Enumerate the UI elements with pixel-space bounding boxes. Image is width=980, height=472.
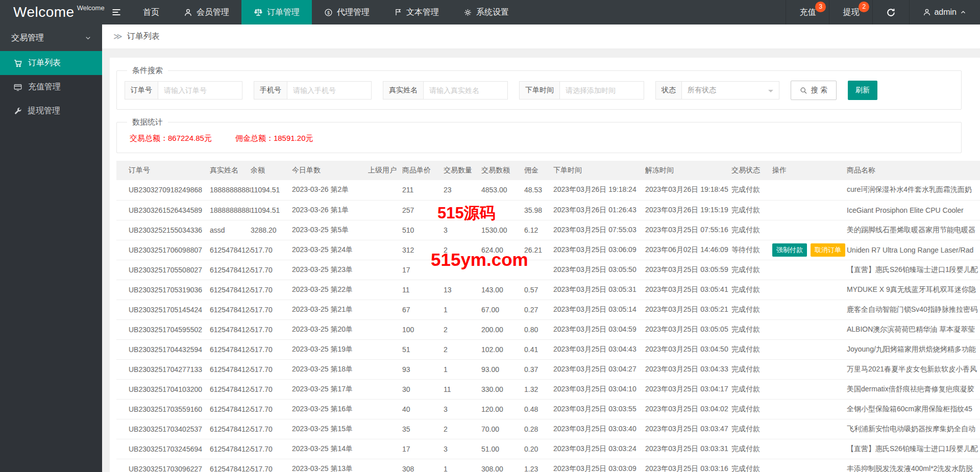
nav-item-text[interactable]: 文本管理 bbox=[382, 0, 451, 24]
realname-label: 真实姓名 bbox=[383, 81, 423, 100]
table-cell: 2023年03月25日 03:05:50 bbox=[553, 260, 645, 280]
app-logo: Welcome Welcome bbox=[0, 0, 102, 24]
search-button[interactable]: 搜 索 bbox=[791, 81, 837, 100]
table-cell: assd bbox=[210, 220, 251, 240]
table-cell: 2 bbox=[444, 419, 481, 439]
nav-item-agents[interactable]: $ 代理管理 bbox=[312, 0, 382, 24]
realname-input[interactable] bbox=[423, 81, 508, 100]
table-cell: 0.57 bbox=[524, 280, 553, 300]
nav-item-members[interactable]: 会员管理 bbox=[172, 0, 241, 24]
actions-cell: 强制付款取消订单 bbox=[772, 240, 847, 260]
table-cell: 【直营】惠氏S26铂臻瑞士进口1段婴儿配 bbox=[847, 439, 980, 459]
table-cell: 517.70 bbox=[251, 379, 292, 399]
table-cell: 308.00 bbox=[481, 459, 524, 472]
table-cell: UB2303251703559160 bbox=[116, 399, 210, 419]
nav-item-settings[interactable]: 系统设置 bbox=[451, 0, 521, 24]
sidebar-item-withdraw[interactable]: 提现管理 bbox=[0, 99, 102, 123]
table-cell: 完成付款 bbox=[731, 260, 772, 280]
table-cell: 11 bbox=[402, 280, 444, 300]
table-cell: 30 bbox=[402, 379, 444, 399]
table-cell: 美的踢脚线石墨烯取暖器家用节能电暖器 bbox=[847, 220, 980, 240]
table-cell: 61254784124 bbox=[210, 379, 251, 399]
column-header: 交易数额 bbox=[481, 161, 524, 180]
order-time-field-group: 下单时间 bbox=[519, 81, 644, 100]
gear-icon bbox=[463, 8, 472, 17]
user-icon bbox=[923, 8, 931, 16]
table-cell: 2023年03月25日 03:03:24 bbox=[553, 439, 645, 459]
table-row: UB230325170309622761254784124517.702023-… bbox=[116, 459, 980, 472]
table-row: UB23032615264345891888888888811094.51202… bbox=[116, 200, 980, 220]
column-header: 商品名称 bbox=[847, 161, 980, 180]
user-menu[interactable]: admin bbox=[909, 0, 980, 24]
table-row: UB230325170550802761254784124517.702023-… bbox=[116, 260, 980, 280]
search-button-label: 搜 索 bbox=[811, 86, 827, 95]
table-cell: 11 bbox=[444, 379, 481, 399]
refresh-page-button[interactable] bbox=[872, 0, 909, 24]
nav-item-orders[interactable]: 订单管理 bbox=[241, 0, 312, 24]
table-cell: 330.00 bbox=[481, 379, 524, 399]
table-cell: 2023年03月25日 03:05:31 bbox=[553, 280, 645, 300]
table-cell: 万里马2021春夏半皮女包新款软皮小香风 bbox=[847, 359, 980, 379]
sidebar-item-recharge[interactable]: 充值管理 bbox=[0, 75, 102, 99]
sidebar-item-order-list[interactable]: 订单列表 bbox=[0, 51, 102, 75]
nav-item-home[interactable]: 首页 bbox=[131, 0, 172, 24]
table-cell: 517.70 bbox=[251, 319, 292, 339]
table-cell bbox=[481, 200, 524, 220]
table-cell: 2023年03月25日 03:05:05 bbox=[645, 319, 731, 339]
table-cell: 完成付款 bbox=[731, 399, 772, 419]
actions-cell bbox=[772, 280, 847, 300]
recharge-label: 充值 bbox=[799, 7, 816, 18]
withdraw-button[interactable]: 提现 2 bbox=[829, 0, 872, 24]
force-pay-button[interactable]: 强制付款 bbox=[772, 243, 807, 257]
table-cell: 624.00 bbox=[481, 240, 524, 260]
menu-collapse-icon[interactable] bbox=[102, 0, 131, 24]
table-cell: 2023-03-25 第24单 bbox=[292, 240, 368, 260]
sidebar-group-trade[interactable]: 交易管理 bbox=[0, 24, 102, 51]
actions-cell bbox=[772, 300, 847, 319]
table-cell: 48.53 bbox=[524, 180, 553, 200]
breadcrumb: ≫ 订单列表 bbox=[102, 24, 980, 49]
table-cell: 1.23 bbox=[524, 459, 553, 472]
table-cell: 93 bbox=[402, 359, 444, 379]
table-cell: 2023-03-25 第20单 bbox=[292, 319, 368, 339]
table-cell: 257 bbox=[402, 200, 444, 220]
sidebar-item-label: 提现管理 bbox=[28, 106, 60, 116]
table-cell: 2023-03-25 第15单 bbox=[292, 419, 368, 439]
order-time-label: 下单时间 bbox=[519, 81, 559, 100]
table-cell: Joyoung/九阳烤箱家用烘焙烧烤精多功能 bbox=[847, 339, 980, 359]
table-cell: 2023年03月25日 03:04:10 bbox=[553, 379, 645, 399]
refresh-button[interactable]: 刷新 bbox=[848, 81, 877, 100]
recharge-button[interactable]: 充值 3 bbox=[786, 0, 829, 24]
table-cell: UB2303251704595502 bbox=[116, 319, 210, 339]
nav-item-label: 会员管理 bbox=[197, 7, 229, 18]
column-header: 交易数量 bbox=[444, 161, 481, 180]
chevron-up-icon bbox=[960, 9, 967, 16]
table-row: UB230325170340253761254784124517.702023-… bbox=[116, 419, 980, 439]
table-cell: 143.00 bbox=[481, 280, 524, 300]
order-time-input[interactable] bbox=[559, 81, 644, 100]
column-header: 真实姓名 bbox=[210, 161, 251, 180]
column-header: 下单时间 bbox=[553, 161, 645, 180]
table-row: UB23032709182498681888888888811094.51202… bbox=[116, 180, 980, 200]
table-cell: UB2303251705508027 bbox=[116, 260, 210, 280]
wrench-icon bbox=[13, 107, 22, 115]
withdraw-badge: 2 bbox=[859, 2, 869, 12]
table-cell: 美国dermatix倍舒痕祛疤膏修复疤痕凝胶 bbox=[847, 379, 980, 399]
scales-icon bbox=[254, 8, 263, 17]
table-cell: 完成付款 bbox=[731, 280, 772, 300]
phone-field-group: 手机号 bbox=[254, 81, 372, 100]
table-cell: 2023年03月25日 03:04:33 bbox=[645, 359, 731, 379]
table-cell bbox=[524, 260, 553, 280]
order-no-label: 订单号 bbox=[125, 81, 158, 100]
table-cell: 2023年03月25日 03:05:14 bbox=[553, 300, 645, 319]
cancel-order-button[interactable]: 取消订单 bbox=[811, 243, 845, 257]
table-cell: 18888888888 bbox=[210, 180, 251, 200]
table-cell: 211 bbox=[402, 180, 444, 200]
status-select[interactable]: 所有状态 bbox=[681, 81, 779, 100]
table-cell: 61254784124 bbox=[210, 260, 251, 280]
phone-input[interactable] bbox=[287, 81, 372, 100]
order-no-input[interactable] bbox=[158, 81, 242, 100]
actions-cell bbox=[772, 399, 847, 419]
table-cell bbox=[368, 459, 402, 472]
main-nav: 首页 会员管理 订单管理 $ 代理管理 文本管理 系统设置 bbox=[131, 0, 521, 24]
